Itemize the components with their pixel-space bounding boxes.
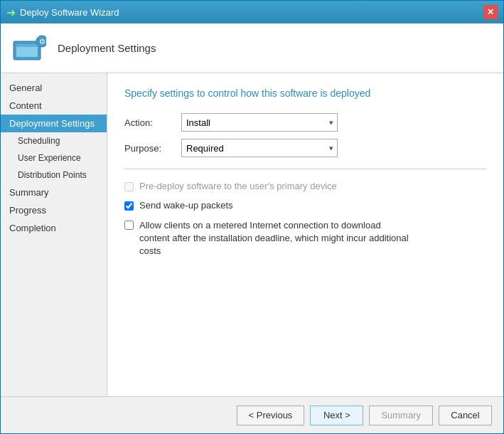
sidebar-item-progress[interactable]: Progress [1,201,107,219]
header-bar: ⚙ Deployment Settings [1,23,503,73]
sidebar-item-distribution-points[interactable]: Distribution Points [1,166,107,184]
title-bar-left: ➜ Deploy Software Wizard [6,6,119,19]
action-label: Action: [124,117,181,128]
pre-deploy-row: Pre-deploy software to the user's primar… [124,181,486,191]
sidebar-item-user-experience[interactable]: User Experience [1,149,107,166]
main-heading: Specify settings to control how this sof… [124,88,486,99]
sidebar-item-scheduling[interactable]: Scheduling [1,132,107,149]
action-select[interactable]: Install Uninstall [181,113,338,132]
action-row: Action: Install Uninstall [124,113,486,132]
content-area: General Content Deployment Settings Sche… [1,73,503,396]
divider [124,169,486,169]
svg-text:⚙: ⚙ [39,38,45,46]
metered-checkbox[interactable] [124,221,134,230]
wakeup-checkbox[interactable] [124,201,134,211]
header-title: Deployment Settings [58,42,156,54]
title-bar: ➜ Deploy Software Wizard ✕ [1,1,503,23]
purpose-select-wrapper: Required Available [181,139,338,157]
svg-rect-2 [16,44,38,47]
title-bar-icon: ➜ [6,6,16,19]
cancel-button[interactable]: Cancel [439,406,492,425]
wizard-window: ➜ Deploy Software Wizard ✕ ⚙ Deployment … [0,0,504,434]
pre-deploy-label: Pre-deploy software to the user's primar… [139,181,337,191]
sidebar-item-summary[interactable]: Summary [1,184,107,201]
sidebar-item-content[interactable]: Content [1,97,107,115]
metered-row: Allow clients on a metered Internet conn… [124,219,486,258]
sidebar-item-deployment-settings[interactable]: Deployment Settings [1,115,107,132]
summary-button[interactable]: Summary [369,406,433,425]
sidebar-item-completion[interactable]: Completion [1,219,107,237]
wakeup-row: Send wake-up packets [124,200,486,211]
purpose-row: Purpose: Required Available [124,139,486,157]
pre-deploy-checkbox[interactable] [124,182,134,191]
wakeup-label: Send wake-up packets [139,200,233,211]
close-button[interactable]: ✕ [483,5,498,19]
purpose-select[interactable]: Required Available [181,139,338,157]
previous-button[interactable]: < Previous [237,406,305,425]
footer: < Previous Next > Summary Cancel [1,396,503,433]
title-bar-title: Deploy Software Wizard [20,7,119,18]
sidebar-item-general[interactable]: General [1,79,107,97]
next-button[interactable]: Next > [310,406,363,425]
header-icon: ⚙ [12,31,46,65]
metered-label: Allow clients on a metered Internet conn… [139,219,409,258]
sidebar: General Content Deployment Settings Sche… [1,73,107,396]
main-content: Specify settings to control how this sof… [107,73,503,396]
action-select-wrapper: Install Uninstall [181,113,338,132]
purpose-label: Purpose: [124,143,181,154]
